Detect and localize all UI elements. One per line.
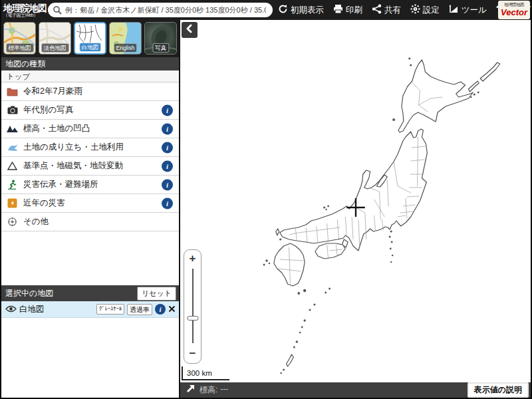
zoom-control: + − (184, 249, 201, 364)
basemap-tab-white[interactable]: 白地図 (74, 22, 106, 55)
app-logo[interactable]: 地理院地図 （電子国土Web） (1, 3, 47, 17)
basemap-switcher: 標準地図 淡色地図 白地図 English 写真 (1, 20, 179, 57)
folder-icon (7, 86, 18, 97)
zoom-in-button[interactable]: + (184, 250, 201, 267)
basemap-tab-label: English (114, 43, 138, 53)
list-item-label: 基準点・地磁気・地殻変動 (23, 160, 123, 172)
basemap-tab-label: 標準地図 (6, 43, 34, 53)
basemap-tab-label: 写真 (152, 43, 169, 53)
topbar: 地理院地図 （電子国土Web） 初期表示 印刷 (1, 0, 531, 20)
opacity-button[interactable]: 透過率 (127, 304, 152, 315)
arrow-ne-icon (186, 384, 196, 396)
list-item-control-points[interactable]: 基準点・地磁気・地殻変動 i (1, 157, 179, 176)
zoom-slider[interactable] (184, 267, 201, 344)
disaster-icon (7, 198, 18, 209)
list-item-reiwa2-rain[interactable]: 令和2年7月豪雨 (1, 82, 179, 101)
ruler-icon (449, 4, 459, 16)
value-explanation-button[interactable]: 表示値の説明 (467, 382, 529, 398)
refresh-icon (278, 4, 288, 16)
vector-badge[interactable]: 地理院地図 Vector (498, 1, 530, 19)
elevation-value: --- (220, 384, 228, 396)
info-button[interactable]: i (162, 160, 173, 172)
selected-maps-header: 選択中の地図 リセット (1, 285, 179, 301)
basemap-tab-photo[interactable]: 写真 (144, 22, 177, 55)
evacuee-icon (7, 179, 18, 190)
reset-layers-button[interactable]: リセット (137, 287, 176, 301)
breadcrumb[interactable]: トップ (1, 70, 179, 82)
grayscale-button[interactable]: ｸﾞﾚｰｽｹｰﾙ (96, 304, 124, 314)
gear-icon (410, 4, 420, 16)
list-item-label: 年代別の写真 (23, 104, 73, 116)
zoom-slider-track (192, 269, 194, 343)
info-button[interactable]: i (162, 123, 173, 134)
layer-category-list: 令和2年7月豪雨 年代別の写真 i 標高・土地の凹凸 i (1, 82, 179, 231)
camera-icon (7, 104, 18, 116)
basemap-tab-english[interactable]: English (109, 22, 142, 55)
selected-layer-label: 白地図 (19, 304, 45, 315)
topbar-buttons: 初期表示 印刷 共有 設定 (278, 4, 531, 16)
japan-map[interactable] (180, 20, 531, 382)
list-item-other[interactable]: その他 (1, 213, 179, 231)
search-icon (53, 5, 62, 17)
info-button[interactable]: i (162, 142, 173, 153)
list-item-label: その他 (23, 216, 49, 227)
list-item-label: 災害伝承・避難場所 (23, 179, 98, 190)
selected-maps-title: 選択中の地図 (5, 288, 53, 299)
list-item-label: 令和2年7月豪雨 (23, 86, 82, 97)
selected-layer-row[interactable]: 白地図 ｸﾞﾚｰｽｹｰﾙ 透過率 i (1, 301, 179, 318)
list-item-disaster-memorial[interactable]: 災害伝承・避難場所 i (1, 176, 179, 194)
chevron-left-icon (185, 24, 194, 36)
panel-header: 地図の種類 (1, 57, 179, 70)
list-item-recent-disasters[interactable]: 近年の災害 i (1, 194, 179, 213)
tools-button[interactable]: ツール (449, 4, 487, 16)
wave-icon (7, 142, 18, 153)
info-button[interactable]: i (162, 104, 173, 116)
gsi-maps-window: 地理院地図 （電子国土Web） 初期表示 印刷 (0, 0, 532, 399)
search-input[interactable] (48, 3, 273, 17)
map-statusbar: 標高: --- 表示値の説明 (180, 382, 531, 398)
list-item-elevation-terrain[interactable]: 標高・土地の凹凸 i (1, 120, 179, 138)
info-button[interactable]: i (155, 304, 166, 315)
app-subtitle: （電子国土Web） (3, 13, 47, 17)
mountain-icon (7, 123, 18, 134)
reset-view-button[interactable]: 初期表示 (278, 4, 324, 16)
basemap-tab-label: 淡色地図 (41, 43, 69, 53)
list-item-label: 近年の災害 (23, 198, 65, 209)
misc-gear-icon (7, 216, 18, 227)
print-button[interactable]: 印刷 (333, 4, 362, 16)
settings-button[interactable]: 設定 (410, 4, 440, 16)
sidebar: 標準地図 淡色地図 白地図 English 写真 地図の種類 トップ (1, 20, 179, 398)
survey-triangle-icon (7, 160, 18, 172)
basemap-tab-standard[interactable]: 標準地図 (3, 22, 36, 55)
list-item-photos-by-era[interactable]: 年代別の写真 i (1, 101, 179, 120)
zoom-slider-handle[interactable] (187, 316, 198, 321)
printer-icon (333, 4, 343, 16)
search-box (48, 3, 273, 17)
list-item-label: 標高・土地の凹凸 (23, 123, 90, 134)
elevation-readout: 標高: --- (200, 384, 228, 396)
info-button[interactable]: i (162, 198, 173, 209)
map-canvas[interactable]: + − 300 km 標高: --- 表示値の説明 (179, 20, 531, 398)
list-item-land-formation[interactable]: 土地の成り立ち・土地利用 i (1, 138, 179, 157)
sidebar-collapse-button[interactable] (182, 22, 198, 38)
scale-bar: 300 km (182, 366, 229, 380)
basemap-tab-pale[interactable]: 淡色地図 (39, 22, 71, 55)
share-button[interactable]: 共有 (372, 4, 401, 16)
eye-icon[interactable] (5, 303, 17, 315)
basemap-tab-label: 白地図 (79, 43, 102, 52)
info-button[interactable]: i (162, 179, 173, 190)
app-title: 地理院地図 (3, 3, 47, 13)
list-item-label: 土地の成り立ち・土地利用 (23, 142, 124, 153)
remove-layer-icon[interactable] (168, 303, 176, 315)
zoom-out-button[interactable]: − (184, 345, 201, 362)
share-icon (372, 4, 382, 16)
